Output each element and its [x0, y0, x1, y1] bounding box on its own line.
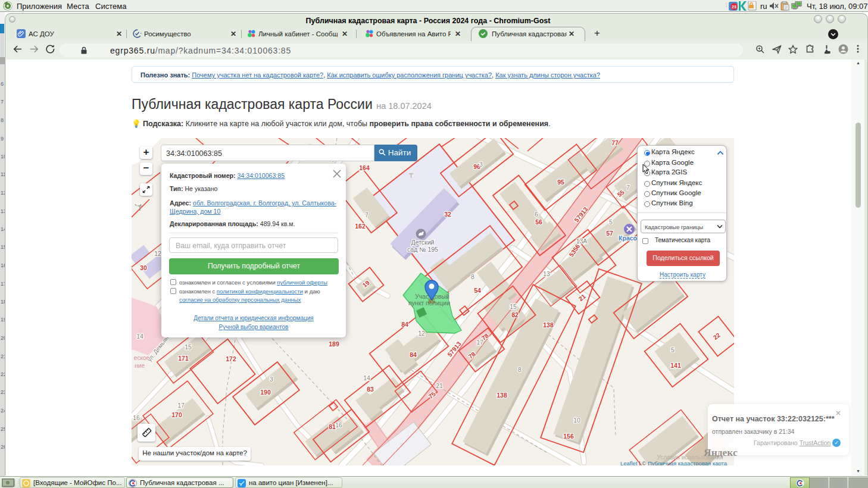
svg-text:190: 190	[260, 389, 271, 396]
svg-text:30: 30	[140, 264, 147, 271]
svg-text:84: 84	[401, 321, 408, 328]
svg-text:23: 23	[732, 5, 736, 9]
svg-text:8: 8	[471, 273, 474, 280]
svg-text:12: 12	[418, 330, 425, 337]
svg-text:15: 15	[510, 303, 517, 310]
svg-text:170: 170	[171, 411, 182, 418]
svg-text:83: 83	[367, 386, 374, 393]
svg-text:8: 8	[518, 366, 522, 373]
svg-text:еское: еское	[134, 355, 150, 361]
svg-text:17: 17	[476, 339, 483, 346]
svg-text:156: 156	[563, 433, 574, 440]
svg-text:6: 6	[535, 211, 538, 218]
svg-text:5: 5	[671, 346, 675, 354]
svg-text:10: 10	[573, 417, 580, 424]
svg-text:171: 171	[178, 355, 189, 362]
svg-text:7: 7	[365, 211, 369, 218]
svg-text:172: 172	[226, 355, 236, 362]
svg-text:17: 17	[177, 402, 185, 409]
svg-text:189: 189	[329, 340, 339, 348]
svg-text:32: 32	[444, 211, 451, 218]
svg-text:82: 82	[511, 311, 519, 318]
svg-text:21: 21	[436, 382, 443, 389]
svg-text:сад № 195: сад № 195	[407, 246, 438, 253]
svg-text:7: 7	[626, 184, 630, 191]
svg-text:138: 138	[543, 321, 554, 329]
svg-text:13: 13	[543, 270, 550, 277]
svg-text:ние: ние	[135, 362, 145, 369]
svg-text:77: 77	[611, 139, 619, 146]
svg-text:162: 162	[355, 223, 366, 230]
svg-text:141: 141	[670, 362, 681, 369]
svg-text:84: 84	[410, 351, 417, 358]
svg-text:95: 95	[557, 179, 564, 186]
svg-text:54: 54	[474, 287, 481, 294]
svg-text:14: 14	[363, 374, 370, 381]
svg-text:12: 12	[154, 250, 161, 257]
svg-text:3: 3	[270, 376, 273, 383]
svg-text:16: 16	[133, 414, 140, 421]
svg-text:57: 57	[606, 230, 613, 237]
svg-text:15: 15	[185, 343, 192, 351]
svg-text:Детский: Детский	[411, 239, 435, 246]
svg-text:5: 5	[609, 218, 613, 226]
svg-text:138: 138	[497, 392, 507, 399]
svg-text:14: 14	[136, 333, 143, 340]
svg-text:16: 16	[335, 421, 342, 428]
svg-text:164: 164	[359, 164, 370, 171]
svg-text:3: 3	[479, 161, 483, 168]
svg-text:13A: 13A	[576, 237, 588, 245]
svg-text:56: 56	[535, 218, 542, 226]
